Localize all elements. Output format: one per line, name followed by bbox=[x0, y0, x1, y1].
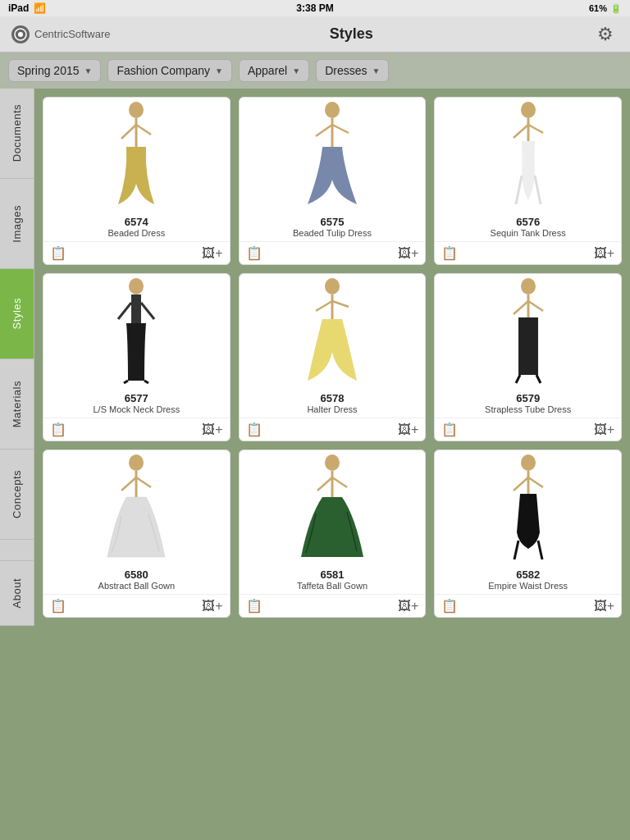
svg-point-26 bbox=[521, 278, 536, 294]
style-info: 6577 L/S Mock Neck Dress bbox=[43, 389, 230, 418]
svg-point-41 bbox=[521, 454, 536, 471]
style-number: 6579 bbox=[440, 392, 616, 404]
logo-icon bbox=[11, 25, 30, 43]
sidebar-item-images[interactable]: Images bbox=[0, 179, 34, 269]
svg-line-4 bbox=[121, 125, 136, 139]
document-icon[interactable]: 📋 bbox=[441, 422, 458, 437]
sidebar-item-concepts[interactable]: Concepts bbox=[0, 450, 34, 540]
style-card[interactable]: 6581 Taffeta Ball Gown 📋 🖼+ bbox=[239, 450, 427, 618]
svg-point-10 bbox=[521, 102, 536, 118]
style-info: 6579 Strapless Tube Dress bbox=[435, 389, 621, 418]
style-number: 6577 bbox=[48, 392, 225, 404]
style-name: Beaded Tulip Dress bbox=[244, 228, 421, 238]
style-card[interactable]: 6579 Strapless Tube Dress 📋 🖼+ bbox=[434, 273, 622, 441]
style-card[interactable]: 6577 L/S Mock Neck Dress 📋 🖼+ bbox=[43, 273, 231, 441]
style-card[interactable]: 6578 Halter Dress 📋 🖼+ bbox=[239, 273, 427, 441]
style-card[interactable]: 6582 Empire Waist Dress 📋 🖼+ bbox=[434, 450, 622, 618]
document-icon[interactable]: 📋 bbox=[441, 245, 458, 261]
svg-line-8 bbox=[316, 125, 332, 136]
document-icon[interactable]: 📋 bbox=[246, 422, 262, 437]
sidebar-item-styles[interactable]: Styles bbox=[0, 269, 34, 359]
style-grid: 6574 Beaded Dress 📋 🖼+ bbox=[43, 97, 622, 618]
style-info: 6575 Beaded Tulip Dress bbox=[240, 212, 426, 241]
style-name: Abstract Ball Gown bbox=[48, 581, 225, 591]
style-number: 6580 bbox=[48, 568, 225, 581]
style-number: 6582 bbox=[440, 568, 616, 581]
image-add-icon[interactable]: 🖼+ bbox=[202, 599, 222, 614]
svg-point-37 bbox=[325, 454, 340, 471]
image-add-icon[interactable]: 🖼+ bbox=[202, 246, 222, 261]
style-name: Sequin Tank Dress bbox=[440, 228, 616, 238]
style-name: Halter Dress bbox=[244, 404, 421, 414]
image-add-icon[interactable]: 🖼+ bbox=[594, 422, 614, 437]
document-icon[interactable]: 📋 bbox=[50, 422, 66, 437]
svg-line-36 bbox=[136, 477, 151, 487]
content-area: 6574 Beaded Dress 📋 🖼+ bbox=[34, 89, 630, 626]
status-time: 3:38 PM bbox=[296, 2, 333, 14]
filter-subcategory[interactable]: Dresses ▼ bbox=[316, 59, 389, 82]
style-name: Beaded Dress bbox=[48, 228, 225, 238]
sidebar-item-label: Concepts bbox=[11, 470, 23, 518]
style-card[interactable]: 6574 Beaded Dress 📋 🖼+ bbox=[43, 97, 231, 265]
style-card[interactable]: 6576 Sequin Tank Dress 📋 🖼+ bbox=[434, 97, 622, 265]
svg-line-29 bbox=[528, 301, 543, 311]
sidebar-item-documents[interactable]: Documents bbox=[0, 89, 34, 179]
style-image bbox=[43, 274, 230, 389]
svg-point-2 bbox=[129, 102, 144, 118]
svg-point-1 bbox=[18, 32, 23, 37]
filter-company[interactable]: Fashion Company ▼ bbox=[107, 59, 232, 82]
style-number: 6575 bbox=[244, 216, 421, 228]
nav-bar: CentricSoftware Styles ⚙ bbox=[0, 16, 630, 52]
status-left: iPad 📶 bbox=[8, 2, 46, 14]
style-image bbox=[43, 98, 230, 212]
logo-text: CentricSoftware bbox=[34, 28, 110, 40]
svg-line-32 bbox=[536, 375, 541, 383]
svg-point-16 bbox=[129, 278, 144, 294]
document-icon[interactable]: 📋 bbox=[441, 598, 458, 614]
sidebar-item-about[interactable]: About bbox=[0, 560, 34, 626]
document-icon[interactable]: 📋 bbox=[246, 598, 262, 614]
style-name: Taffeta Ball Gown bbox=[244, 581, 421, 591]
svg-line-13 bbox=[528, 125, 543, 133]
style-card[interactable]: 6580 Abstract Ball Gown 📋 🖼+ bbox=[43, 450, 231, 618]
style-number: 6576 bbox=[440, 216, 616, 228]
style-info: 6580 Abstract Ball Gown bbox=[43, 565, 230, 594]
image-add-icon[interactable]: 🖼+ bbox=[594, 246, 614, 261]
sidebar-item-label: Materials bbox=[11, 381, 23, 427]
style-name: L/S Mock Neck Dress bbox=[48, 404, 225, 414]
svg-line-20 bbox=[124, 381, 128, 383]
gear-button[interactable]: ⚙ bbox=[592, 21, 619, 48]
sidebar: Documents Images Styles Materials Concep… bbox=[0, 89, 34, 626]
document-icon[interactable]: 📋 bbox=[246, 245, 262, 261]
sidebar-item-label: Styles bbox=[11, 298, 23, 329]
style-image bbox=[240, 274, 426, 389]
filter-category[interactable]: Apparel ▼ bbox=[239, 59, 309, 82]
main-layout: Documents Images Styles Materials Concep… bbox=[0, 89, 630, 626]
image-add-icon[interactable]: 🖼+ bbox=[398, 246, 418, 261]
svg-line-5 bbox=[136, 125, 151, 135]
image-add-icon[interactable]: 🖼+ bbox=[398, 422, 418, 437]
chevron-down-icon: ▼ bbox=[215, 66, 223, 75]
image-add-icon[interactable]: 🖼+ bbox=[398, 599, 418, 614]
image-add-icon[interactable]: 🖼+ bbox=[594, 599, 614, 614]
style-actions: 📋 🖼+ bbox=[240, 418, 426, 441]
style-info: 6574 Beaded Dress bbox=[43, 212, 230, 241]
document-icon[interactable]: 📋 bbox=[50, 598, 66, 614]
svg-line-12 bbox=[514, 125, 528, 138]
sidebar-item-label: About bbox=[11, 578, 23, 608]
style-name: Empire Waist Dress bbox=[440, 581, 616, 591]
style-image bbox=[435, 98, 621, 212]
chevron-down-icon: ▼ bbox=[292, 66, 300, 75]
style-info: 6576 Sequin Tank Dress bbox=[435, 212, 621, 241]
filter-season[interactable]: Spring 2015 ▼ bbox=[8, 59, 101, 82]
sidebar-item-materials[interactable]: Materials bbox=[0, 359, 34, 450]
image-add-icon[interactable]: 🖼+ bbox=[202, 422, 222, 437]
svg-line-40 bbox=[332, 477, 347, 487]
status-right: 61% 🔋 bbox=[589, 3, 622, 14]
document-icon[interactable]: 📋 bbox=[50, 245, 66, 261]
style-card[interactable]: 6575 Beaded Tulip Dress 📋 🖼+ bbox=[239, 97, 427, 265]
filter-company-label: Fashion Company bbox=[116, 64, 210, 77]
battery-icon: 🔋 bbox=[610, 3, 622, 14]
filter-category-label: Apparel bbox=[248, 64, 287, 77]
svg-line-9 bbox=[332, 125, 349, 133]
